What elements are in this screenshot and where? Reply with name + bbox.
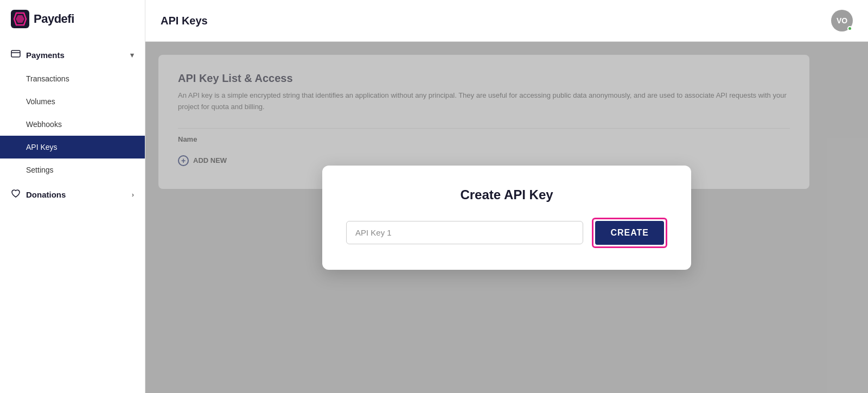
- sidebar-item-volumes[interactable]: Volumes: [0, 90, 145, 113]
- sidebar-nav: Payments ▾ Transactions Volumes Webhooks…: [0, 38, 145, 212]
- user-initials: VO: [837, 16, 847, 25]
- payments-icon: [11, 50, 21, 60]
- donations-label: Donations: [26, 190, 66, 199]
- sidebar-item-webhooks[interactable]: Webhooks: [0, 113, 145, 136]
- api-key-name-input[interactable]: [346, 221, 583, 244]
- create-button[interactable]: CREATE: [595, 221, 664, 245]
- main-content: API Keys VO API Key List & Access An API…: [145, 0, 868, 393]
- logo-text: Paydefi: [34, 12, 74, 26]
- create-api-key-modal: Create API Key CREATE: [322, 166, 691, 270]
- payments-chevron-icon: ▾: [130, 51, 134, 59]
- modal-title: Create API Key: [460, 187, 553, 202]
- sidebar-item-transactions[interactable]: Transactions: [0, 67, 145, 90]
- modal-overlay[interactable]: Create API Key CREATE: [145, 42, 868, 393]
- content-area: API Key List & Access An API key is a si…: [145, 42, 868, 393]
- sidebar-item-settings[interactable]: Settings: [0, 159, 145, 181]
- user-status-dot: [847, 26, 852, 31]
- paydefi-logo-icon: [11, 10, 29, 28]
- donations-icon: [11, 189, 21, 200]
- topbar: API Keys VO: [145, 0, 868, 42]
- donations-chevron-icon: ›: [132, 191, 134, 199]
- modal-form-row: CREATE: [346, 218, 667, 248]
- sidebar: Paydefi Payments ▾ Transactions Volumes …: [0, 0, 145, 393]
- svg-rect-3: [11, 50, 20, 57]
- user-avatar[interactable]: VO: [831, 10, 853, 31]
- sidebar-payments-group[interactable]: Payments ▾: [0, 42, 145, 67]
- sidebar-donations-group[interactable]: Donations ›: [0, 181, 145, 208]
- sidebar-item-api-keys[interactable]: API Keys: [0, 136, 145, 159]
- payments-label: Payments: [26, 50, 65, 60]
- create-button-wrapper: CREATE: [592, 218, 667, 248]
- logo[interactable]: Paydefi: [0, 0, 145, 38]
- page-title: API Keys: [161, 15, 208, 27]
